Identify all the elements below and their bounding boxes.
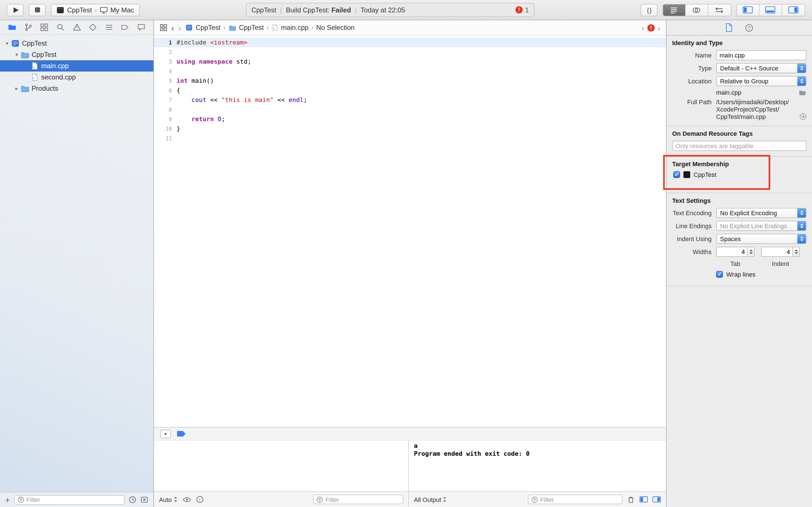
show-variables-view-button[interactable] — [640, 496, 648, 503]
breadcrumb-item[interactable]: cmain.cpp — [271, 24, 308, 32]
project-navigator-tab[interactable] — [7, 22, 17, 32]
toggle-debug-area-button[interactable] — [760, 4, 782, 15]
quick-look-button[interactable] — [183, 496, 191, 503]
code-line[interactable]: 10} — [154, 124, 666, 133]
location-label: Location — [672, 78, 716, 84]
issue-count-badge[interactable]: ! 1 — [515, 6, 529, 14]
target-list: ✓CppTest — [672, 171, 806, 178]
console-filter-input[interactable] — [540, 496, 619, 503]
symbol-navigator-tab[interactable] — [40, 22, 49, 32]
folder-icon — [20, 51, 29, 59]
breadcrumb-item[interactable]: CppTest — [185, 24, 220, 32]
indent-width-input[interactable] — [761, 247, 793, 257]
previous-issue-button[interactable]: ‹ — [642, 23, 645, 32]
tree-item-label: CppTest — [22, 40, 47, 47]
navigator-filter-field[interactable] — [14, 495, 124, 504]
scm-status-filter-button[interactable] — [140, 496, 148, 504]
tab-width-input[interactable] — [716, 247, 748, 257]
inspector-body: Identity and Type Name Type Default - C+… — [666, 36, 812, 507]
variables-view[interactable] — [154, 441, 409, 491]
breadcrumb-item[interactable]: No Selection — [316, 24, 355, 32]
reveal-in-finder-button[interactable] — [800, 113, 806, 120]
issue-navigator-tab[interactable] — [72, 22, 82, 32]
code-line[interactable]: 11 — [154, 133, 666, 143]
disclosure-triangle[interactable]: ▸ — [13, 86, 20, 91]
find-navigator-tab[interactable] — [56, 22, 65, 32]
indent-using-dropdown[interactable]: Spaces — [716, 234, 806, 244]
console-output[interactable]: aProgram ended with exit code: 0 — [409, 441, 666, 491]
go-forward-button[interactable]: › — [178, 23, 181, 32]
type-dropdown[interactable]: Default - C++ Source — [716, 63, 806, 73]
breakpoint-activation-button[interactable] — [176, 431, 187, 437]
stepper-arrows-icon[interactable] — [748, 247, 755, 257]
tree-row-second-cpp[interactable]: csecond.cpp — [0, 71, 153, 83]
version-editor-button[interactable] — [708, 4, 731, 15]
breakpoint-navigator-tab[interactable] — [120, 22, 130, 32]
code-line[interactable]: 5int main() — [154, 76, 666, 86]
tree-row-cpptest[interactable]: ▾CppTest — [0, 49, 153, 60]
console-scope-selector[interactable]: All Output — [414, 496, 447, 503]
braces-button[interactable]: { } — [641, 4, 658, 16]
console-filter-field[interactable] — [528, 495, 622, 504]
debug-navigator-tab[interactable] — [104, 22, 114, 32]
version-editor-icon — [715, 6, 724, 13]
code-line[interactable]: 9 return 0; — [154, 114, 666, 124]
disclosure-triangle[interactable]: ▾ — [3, 41, 11, 46]
hide-debug-area-button[interactable]: ▼ — [160, 430, 171, 438]
text-encoding-dropdown[interactable]: No Explicit Encoding — [716, 208, 806, 218]
debug-toolbars: Auto i All Output — [154, 491, 666, 507]
scheme-selector[interactable]: CppTest › My Mac — [51, 4, 140, 16]
recent-files-button[interactable] — [129, 496, 137, 504]
indent-width-stepper[interactable] — [761, 247, 800, 257]
tab-width-stepper[interactable] — [716, 247, 755, 257]
code-line[interactable]: 3using namespace std; — [154, 57, 666, 66]
choose-location-button[interactable] — [799, 89, 806, 96]
code-line[interactable]: 7 cout << "this is main" << endl; — [154, 95, 666, 105]
report-navigator-tab[interactable] — [137, 22, 146, 32]
go-back-button[interactable]: ‹ — [171, 23, 174, 32]
line-endings-dropdown[interactable]: No Explicit Line Endings — [716, 221, 806, 231]
disclosure-triangle[interactable]: ▾ — [13, 52, 20, 57]
tree-row-products[interactable]: ▸Products — [0, 83, 153, 94]
svg-text:i: i — [199, 497, 200, 502]
code-line[interactable]: 4 — [154, 66, 666, 76]
run-button[interactable] — [7, 4, 24, 16]
toggle-navigator-button[interactable] — [737, 4, 760, 15]
tree-row-main-cpp[interactable]: cmain.cpp — [0, 60, 153, 71]
toggle-inspector-button[interactable] — [782, 4, 805, 15]
navigator-filter-input[interactable] — [27, 496, 121, 503]
info-button[interactable]: i — [196, 496, 203, 503]
target-name: CppTest — [694, 171, 716, 178]
project-navigator-tree[interactable]: ▾CppTest▾CppTestcmain.cppcsecond.cpp▸Pro… — [0, 35, 153, 492]
code-line[interactable]: 1#include <iostream> — [154, 38, 666, 47]
add-button[interactable]: + — [5, 496, 10, 504]
location-dropdown[interactable]: Relative to Group — [716, 76, 806, 86]
wrap-lines-checkbox[interactable]: ✓ — [716, 271, 723, 278]
issue-badge-icon[interactable]: ! — [647, 24, 655, 31]
code-line[interactable]: 6{ — [154, 86, 666, 95]
target-membership-checkbox[interactable]: ✓ — [673, 171, 680, 178]
variables-filter-input[interactable] — [325, 496, 400, 503]
breadcrumb-item[interactable]: CppTest — [228, 24, 264, 32]
code-line[interactable]: 2 — [154, 47, 666, 57]
code-editor[interactable]: 1#include <iostream>23using namespace st… — [154, 36, 666, 427]
standard-editor-button[interactable] — [663, 4, 686, 15]
name-field[interactable] — [716, 50, 806, 60]
variables-scope-selector[interactable]: Auto — [159, 496, 177, 503]
source-control-navigator-tab[interactable] — [23, 22, 33, 32]
debug-area-bar: ▼ — [154, 427, 666, 441]
code-line[interactable]: 8 — [154, 105, 666, 114]
variables-filter-field[interactable] — [313, 495, 403, 504]
quick-help-tab[interactable]: ? — [745, 23, 753, 32]
stepper-arrows-icon[interactable] — [793, 247, 800, 257]
related-items-button[interactable] — [160, 24, 167, 32]
file-inspector-tab[interactable] — [725, 23, 732, 32]
stop-button[interactable] — [29, 4, 46, 16]
test-navigator-tab[interactable] — [88, 22, 98, 32]
tree-row-cpptest[interactable]: ▾CppTest — [0, 38, 153, 49]
assistant-editor-button[interactable] — [686, 4, 708, 15]
show-console-button[interactable] — [652, 496, 661, 503]
clear-console-button[interactable] — [627, 496, 635, 503]
navigator-tab-bar — [0, 20, 153, 35]
next-issue-button[interactable]: › — [658, 23, 660, 32]
